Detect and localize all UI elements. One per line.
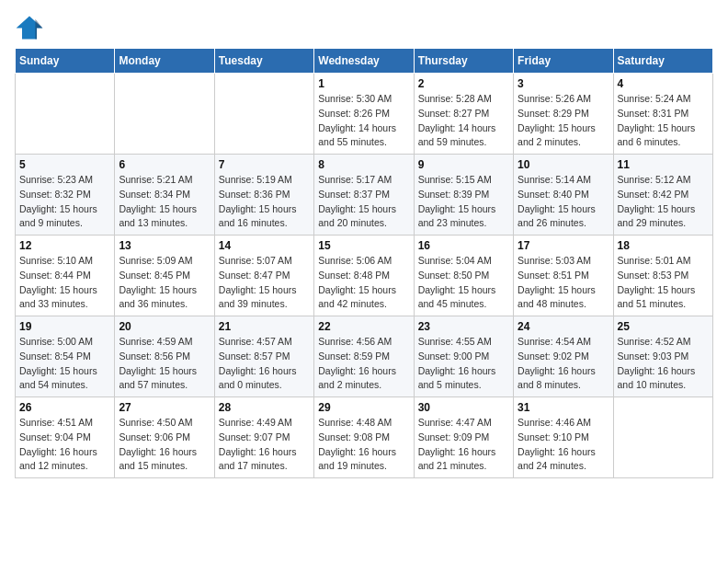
calendar-cell: 28Sunrise: 4:49 AM Sunset: 9:07 PM Dayli… xyxy=(214,397,313,478)
day-number: 10 xyxy=(518,158,609,171)
day-number: 21 xyxy=(219,320,310,333)
day-info: Sunrise: 5:28 AM Sunset: 8:27 PM Dayligh… xyxy=(418,92,509,150)
calendar-cell: 1Sunrise: 5:30 AM Sunset: 8:26 PM Daylig… xyxy=(314,74,414,155)
day-info: Sunrise: 5:03 AM Sunset: 8:51 PM Dayligh… xyxy=(518,254,609,312)
day-info: Sunrise: 4:54 AM Sunset: 9:02 PM Dayligh… xyxy=(518,335,609,393)
day-info: Sunrise: 5:04 AM Sunset: 8:50 PM Dayligh… xyxy=(418,254,509,312)
day-number: 11 xyxy=(618,158,709,171)
day-info: Sunrise: 5:09 AM Sunset: 8:45 PM Dayligh… xyxy=(119,254,210,312)
day-info: Sunrise: 5:10 AM Sunset: 8:44 PM Dayligh… xyxy=(19,254,110,312)
day-number: 2 xyxy=(418,77,509,90)
day-number: 6 xyxy=(119,158,210,171)
calendar-cell xyxy=(613,397,712,478)
calendar-week-row: 19Sunrise: 5:00 AM Sunset: 8:54 PM Dayli… xyxy=(16,316,713,397)
calendar-cell: 9Sunrise: 5:15 AM Sunset: 8:39 PM Daylig… xyxy=(414,155,513,236)
calendar-cell: 27Sunrise: 4:50 AM Sunset: 9:06 PM Dayli… xyxy=(115,397,214,478)
day-info: Sunrise: 4:50 AM Sunset: 9:06 PM Dayligh… xyxy=(119,416,210,474)
calendar-cell: 20Sunrise: 4:59 AM Sunset: 8:56 PM Dayli… xyxy=(115,316,214,397)
calendar-cell: 25Sunrise: 4:52 AM Sunset: 9:03 PM Dayli… xyxy=(613,316,712,397)
day-number: 31 xyxy=(518,401,609,414)
day-number: 15 xyxy=(318,239,409,252)
day-number: 3 xyxy=(518,77,609,90)
day-number: 7 xyxy=(219,158,310,171)
svg-marker-1 xyxy=(35,19,42,40)
day-number: 30 xyxy=(418,401,509,414)
logo xyxy=(15,15,48,40)
day-number: 25 xyxy=(618,320,709,333)
day-number: 26 xyxy=(19,401,110,414)
weekday-header: Monday xyxy=(115,49,214,74)
day-number: 12 xyxy=(19,239,110,252)
day-info: Sunrise: 5:01 AM Sunset: 8:53 PM Dayligh… xyxy=(618,254,709,312)
calendar-cell: 7Sunrise: 5:19 AM Sunset: 8:36 PM Daylig… xyxy=(214,155,313,236)
day-info: Sunrise: 5:26 AM Sunset: 8:29 PM Dayligh… xyxy=(518,92,609,150)
calendar-cell: 14Sunrise: 5:07 AM Sunset: 8:47 PM Dayli… xyxy=(214,236,313,316)
calendar-cell: 16Sunrise: 5:04 AM Sunset: 8:50 PM Dayli… xyxy=(414,236,513,316)
calendar-cell: 24Sunrise: 4:54 AM Sunset: 9:02 PM Dayli… xyxy=(514,316,613,397)
day-number: 20 xyxy=(119,320,210,333)
day-number: 5 xyxy=(19,158,110,171)
day-number: 24 xyxy=(518,320,609,333)
calendar-cell: 12Sunrise: 5:10 AM Sunset: 8:44 PM Dayli… xyxy=(16,236,115,316)
calendar-cell: 15Sunrise: 5:06 AM Sunset: 8:48 PM Dayli… xyxy=(314,236,414,316)
calendar-cell: 30Sunrise: 4:47 AM Sunset: 9:09 PM Dayli… xyxy=(414,397,513,478)
weekday-header: Sunday xyxy=(16,49,115,74)
day-number: 29 xyxy=(318,401,409,414)
day-info: Sunrise: 4:59 AM Sunset: 8:56 PM Dayligh… xyxy=(119,335,210,393)
calendar-cell: 19Sunrise: 5:00 AM Sunset: 8:54 PM Dayli… xyxy=(16,316,115,397)
day-info: Sunrise: 5:17 AM Sunset: 8:37 PM Dayligh… xyxy=(318,173,409,231)
day-info: Sunrise: 5:12 AM Sunset: 8:42 PM Dayligh… xyxy=(618,173,709,231)
day-info: Sunrise: 5:00 AM Sunset: 8:54 PM Dayligh… xyxy=(19,335,110,393)
calendar-week-row: 1Sunrise: 5:30 AM Sunset: 8:26 PM Daylig… xyxy=(16,74,713,155)
calendar-week-row: 12Sunrise: 5:10 AM Sunset: 8:44 PM Dayli… xyxy=(16,236,713,316)
day-number: 9 xyxy=(418,158,509,171)
day-info: Sunrise: 5:14 AM Sunset: 8:40 PM Dayligh… xyxy=(518,173,609,231)
weekday-header: Thursday xyxy=(414,49,513,74)
calendar-cell: 2Sunrise: 5:28 AM Sunset: 8:27 PM Daylig… xyxy=(414,74,513,155)
calendar-cell: 4Sunrise: 5:24 AM Sunset: 8:31 PM Daylig… xyxy=(613,74,712,155)
day-number: 19 xyxy=(19,320,110,333)
day-number: 17 xyxy=(518,239,609,252)
calendar-cell: 31Sunrise: 4:46 AM Sunset: 9:10 PM Dayli… xyxy=(514,397,613,478)
day-info: Sunrise: 4:52 AM Sunset: 9:03 PM Dayligh… xyxy=(618,335,709,393)
day-info: Sunrise: 5:15 AM Sunset: 8:39 PM Dayligh… xyxy=(418,173,509,231)
day-info: Sunrise: 5:21 AM Sunset: 8:34 PM Dayligh… xyxy=(119,173,210,231)
day-info: Sunrise: 4:51 AM Sunset: 9:04 PM Dayligh… xyxy=(19,416,110,474)
logo-icon xyxy=(15,15,44,40)
calendar-week-row: 26Sunrise: 4:51 AM Sunset: 9:04 PM Dayli… xyxy=(16,397,713,478)
calendar-cell: 3Sunrise: 5:26 AM Sunset: 8:29 PM Daylig… xyxy=(514,74,613,155)
calendar-cell: 5Sunrise: 5:23 AM Sunset: 8:32 PM Daylig… xyxy=(16,155,115,236)
calendar-header-row: SundayMondayTuesdayWednesdayThursdayFrid… xyxy=(16,49,713,74)
day-number: 18 xyxy=(618,239,709,252)
calendar-cell: 23Sunrise: 4:55 AM Sunset: 9:00 PM Dayli… xyxy=(414,316,513,397)
day-info: Sunrise: 4:46 AM Sunset: 9:10 PM Dayligh… xyxy=(518,416,609,474)
calendar-cell xyxy=(16,74,115,155)
day-number: 16 xyxy=(418,239,509,252)
calendar-cell: 11Sunrise: 5:12 AM Sunset: 8:42 PM Dayli… xyxy=(613,155,712,236)
day-info: Sunrise: 5:30 AM Sunset: 8:26 PM Dayligh… xyxy=(318,92,409,150)
day-info: Sunrise: 5:19 AM Sunset: 8:36 PM Dayligh… xyxy=(219,173,310,231)
day-number: 27 xyxy=(119,401,210,414)
calendar-cell: 18Sunrise: 5:01 AM Sunset: 8:53 PM Dayli… xyxy=(613,236,712,316)
calendar-cell: 13Sunrise: 5:09 AM Sunset: 8:45 PM Dayli… xyxy=(115,236,214,316)
day-info: Sunrise: 4:49 AM Sunset: 9:07 PM Dayligh… xyxy=(219,416,310,474)
day-number: 4 xyxy=(618,77,709,90)
calendar-cell xyxy=(115,74,214,155)
day-info: Sunrise: 4:47 AM Sunset: 9:09 PM Dayligh… xyxy=(418,416,509,474)
calendar-cell: 10Sunrise: 5:14 AM Sunset: 8:40 PM Dayli… xyxy=(514,155,613,236)
day-number: 13 xyxy=(119,239,210,252)
day-info: Sunrise: 4:57 AM Sunset: 8:57 PM Dayligh… xyxy=(219,335,310,393)
day-info: Sunrise: 5:06 AM Sunset: 8:48 PM Dayligh… xyxy=(318,254,409,312)
weekday-header: Tuesday xyxy=(214,49,313,74)
day-info: Sunrise: 5:23 AM Sunset: 8:32 PM Dayligh… xyxy=(19,173,110,231)
day-info: Sunrise: 5:24 AM Sunset: 8:31 PM Dayligh… xyxy=(618,92,709,150)
calendar-cell: 8Sunrise: 5:17 AM Sunset: 8:37 PM Daylig… xyxy=(314,155,414,236)
day-info: Sunrise: 4:56 AM Sunset: 8:59 PM Dayligh… xyxy=(318,335,409,393)
calendar-cell: 6Sunrise: 5:21 AM Sunset: 8:34 PM Daylig… xyxy=(115,155,214,236)
calendar-cell xyxy=(214,74,313,155)
day-info: Sunrise: 4:48 AM Sunset: 9:08 PM Dayligh… xyxy=(318,416,409,474)
calendar-cell: 21Sunrise: 4:57 AM Sunset: 8:57 PM Dayli… xyxy=(214,316,313,397)
calendar-table: SundayMondayTuesdayWednesdayThursdayFrid… xyxy=(15,48,713,478)
weekday-header: Saturday xyxy=(613,49,712,74)
page-header xyxy=(15,15,713,40)
